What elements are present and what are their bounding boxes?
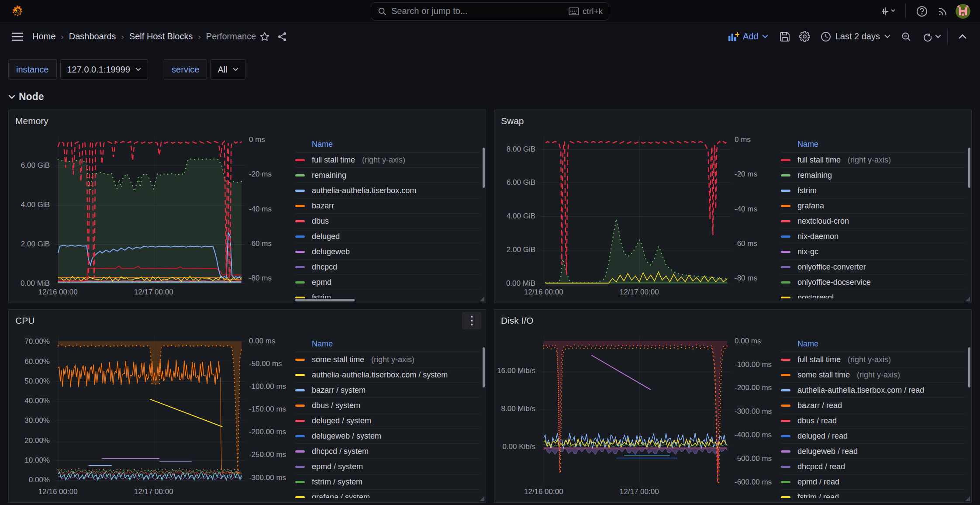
variable-instance-picker[interactable]: 127.0.0.1:19999 [60, 59, 148, 80]
legend-row[interactable]: authelia-authelia.tiserbox.com / system [295, 367, 480, 383]
panel-resize-handle[interactable] [965, 297, 970, 301]
collapse-toolbar-icon[interactable] [954, 28, 971, 45]
breadcrumb-item[interactable]: Dashboards [69, 31, 116, 42]
legend-row[interactable]: deluged / read [781, 429, 965, 444]
plot-area[interactable] [540, 137, 731, 284]
legend-row[interactable]: bazarr / system [295, 383, 480, 398]
legend-row[interactable]: deluged [295, 229, 480, 244]
legend-series-label: fstrim / system [312, 477, 362, 487]
legend-vertical-scrollbar[interactable] [483, 347, 485, 387]
legend-row[interactable]: postgresql [781, 290, 965, 298]
time-range-picker[interactable]: Last 2 days [816, 31, 895, 42]
legend-row[interactable]: grafana [781, 198, 965, 214]
legend-name-header[interactable]: Name [295, 336, 480, 352]
legend-row[interactable]: dhcpcd [295, 259, 480, 275]
legend-row[interactable]: fstrim / system [295, 474, 480, 490]
legend-row[interactable]: dbus / system [295, 398, 480, 413]
plot-area[interactable] [54, 137, 245, 284]
legend-row[interactable]: epmd / read [781, 474, 965, 490]
grafana-logo[interactable] [10, 4, 24, 19]
chart: 8.00 GiB6.00 GiB4.00 GiB2.00 GiB0.00 MiB… [494, 130, 776, 303]
legend-series-label: bazarr [312, 201, 334, 211]
panel-header[interactable]: Disk I/O [494, 310, 971, 330]
legend-row[interactable]: epmd / system [295, 459, 480, 474]
legend-row[interactable]: some stall time (right y-axis) [781, 367, 965, 383]
favorite-star-icon[interactable] [256, 28, 273, 45]
row-node-header[interactable]: Node [0, 80, 980, 110]
legend-series-label: bazarr / read [797, 401, 842, 410]
legend-row[interactable]: fstrim / read [781, 490, 965, 498]
panel-menu-kebab-icon[interactable] [462, 312, 481, 329]
panel-header[interactable]: Swap [494, 110, 971, 130]
legend-row[interactable]: full stall time (right y-axis) [781, 152, 965, 168]
legend-row[interactable]: epmd [295, 275, 480, 290]
user-avatar[interactable] [956, 4, 970, 19]
legend-series-swatch [295, 435, 305, 437]
legend-name-header[interactable]: Name [295, 136, 480, 152]
variable-service-picker[interactable]: All [210, 59, 245, 80]
panel-resize-handle[interactable] [965, 496, 970, 501]
legend: Name some stall time (right y-axis)authe… [291, 330, 486, 502]
legend-row[interactable]: onlyoffice-docservice [781, 275, 965, 290]
panel-resize-handle[interactable] [480, 496, 484, 501]
legend-row[interactable]: dhcpcd / read [781, 459, 965, 474]
legend-row[interactable]: onlyoffice-converter [781, 259, 965, 275]
legend-vertical-scrollbar[interactable] [968, 148, 970, 188]
legend-row[interactable]: delugeweb / read [781, 444, 965, 459]
add-new-button[interactable] [881, 3, 897, 20]
share-icon[interactable] [273, 28, 291, 45]
row-node-title: Node [19, 91, 44, 103]
legend-vertical-scrollbar[interactable] [483, 148, 485, 188]
legend-row[interactable]: delugeweb [295, 244, 480, 259]
legend-row[interactable]: dbus / read [781, 413, 965, 429]
breadcrumb-item: Performance [206, 31, 256, 42]
legend-row[interactable]: grafana / system [295, 490, 480, 498]
legend-row[interactable]: bazarr / read [781, 398, 965, 413]
legend-series-swatch [295, 420, 305, 422]
legend-row[interactable]: some stall time (right y-axis) [295, 352, 480, 367]
zoom-out-icon[interactable] [897, 28, 915, 45]
settings-gear-icon[interactable] [796, 28, 814, 45]
legend-row[interactable]: nix-daemon [781, 229, 965, 244]
legend-horizontal-scrollbar[interactable] [295, 299, 355, 301]
legend-row[interactable]: dhcpcd / system [295, 444, 480, 459]
legend-name-header[interactable]: Name [781, 336, 965, 352]
legend-series-swatch [295, 481, 305, 483]
plot-area[interactable] [54, 337, 245, 483]
help-icon[interactable] [914, 3, 930, 20]
legend-name-header[interactable]: Name [781, 136, 965, 152]
legend-row[interactable]: delugeweb / system [295, 429, 480, 444]
legend-row[interactable]: authelia-authelia.tiserbox.com [295, 183, 480, 198]
legend-row[interactable]: authelia-authelia.tiserbox.com / read [781, 383, 965, 398]
legend-row[interactable]: bazarr [295, 198, 480, 214]
legend-row[interactable]: remaining [781, 168, 965, 183]
legend-row[interactable]: fstrim [781, 183, 965, 198]
search-shortcut: ctrl+k [569, 7, 603, 16]
refresh-button[interactable] [918, 28, 941, 45]
legend-row[interactable]: full stall time (right y-axis) [781, 352, 965, 367]
menu-hamburger-icon[interactable] [9, 28, 26, 45]
legend-row[interactable]: dbus [295, 214, 480, 229]
plot-area[interactable] [540, 337, 731, 483]
panel-header[interactable]: CPU [9, 310, 486, 330]
news-rss-icon[interactable] [935, 3, 951, 20]
legend-row[interactable]: full stall time (right y-axis) [295, 152, 480, 168]
breadcrumb: Home›Dashboards›Self Host Blocks›Perform… [32, 31, 256, 42]
legend-row[interactable]: remaining [295, 168, 480, 183]
legend-row[interactable]: nextcloud-cron [781, 214, 965, 229]
legend-row[interactable]: deluged / system [295, 413, 480, 429]
legend-row[interactable]: nix-gc [781, 244, 965, 259]
panel-resize-handle[interactable] [480, 297, 484, 301]
series-fill [545, 219, 727, 284]
add-panel-button[interactable]: Add [723, 31, 773, 42]
save-dashboard-icon[interactable] [776, 28, 794, 45]
legend-vertical-scrollbar[interactable] [968, 347, 970, 387]
breadcrumb-item[interactable]: Home [32, 31, 55, 42]
search-input[interactable] [391, 6, 564, 16]
global-search[interactable]: ctrl+k [371, 2, 609, 21]
legend-series-label: fstrim / read [797, 493, 839, 498]
dashboard-variables: instance 127.0.0.1:19999 service All [0, 50, 980, 80]
breadcrumb-item[interactable]: Self Host Blocks [129, 31, 193, 42]
panel-header[interactable]: Memory [9, 110, 486, 130]
legend-row[interactable]: fstrim [295, 290, 480, 298]
